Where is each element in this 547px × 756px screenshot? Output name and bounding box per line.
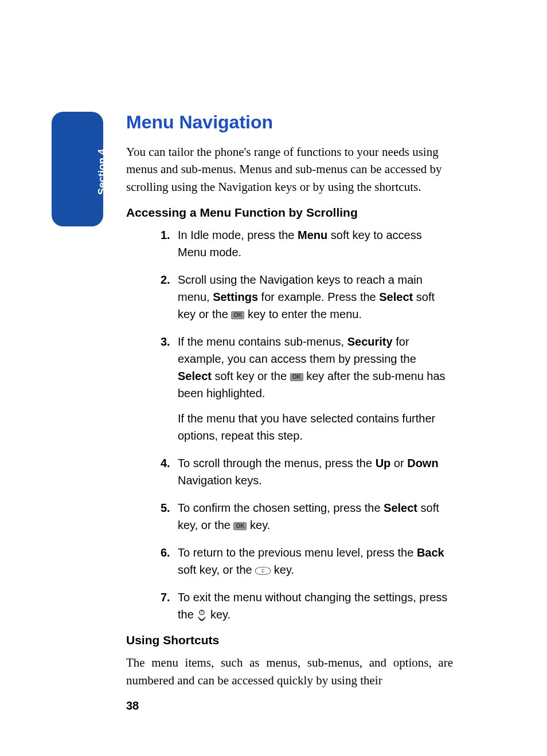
step-text: key.: [247, 519, 270, 531]
step-3: 3. If the menu contains sub-menus, Secur…: [161, 333, 453, 444]
step-number: 1.: [161, 226, 170, 244]
step-1: 1. In Idle mode, press the Menu soft key…: [161, 226, 453, 261]
step-text: key.: [274, 563, 294, 576]
intro-paragraph: You can tailor the phone's range of func…: [126, 143, 453, 195]
step-number: 4.: [161, 455, 170, 472]
step-text: To confirm the chosen setting, press the: [178, 502, 384, 514]
step-number: 6.: [161, 544, 170, 561]
step-text: To scroll through the menus, press the: [178, 457, 376, 469]
ok-key-icon: OK: [290, 373, 303, 381]
page-heading: Menu Navigation: [126, 112, 453, 133]
bold-back: Back: [417, 546, 444, 559]
step-number: 3.: [161, 333, 170, 350]
step-text: soft key, or the: [178, 563, 255, 576]
c-key-icon: c: [255, 567, 271, 575]
step-6: 6. To return to the previous menu level,…: [161, 544, 453, 578]
bold-select: Select: [178, 370, 212, 382]
step-text: or: [390, 457, 407, 469]
steps-list: 1. In Idle mode, press the Menu soft key…: [161, 226, 453, 623]
step-text: To return to the previous menu level, pr…: [178, 546, 417, 559]
subheading-shortcuts: Using Shortcuts: [126, 633, 453, 647]
step-text: key to enter the menu.: [244, 308, 362, 320]
step-7: 7. To exit the menu without changing the…: [161, 589, 453, 623]
subheading-scrolling: Accessing a Menu Function by Scrolling: [126, 206, 453, 220]
bold-select: Select: [379, 291, 413, 303]
power-key-icon: [197, 609, 207, 622]
bold-security: Security: [347, 335, 393, 348]
step-text: for example. Press the: [258, 291, 379, 303]
bold-up: Up: [376, 457, 391, 469]
section-tab-label: Section 4: [96, 149, 108, 195]
bold-menu: Menu: [298, 229, 327, 241]
section-tab: Section 4: [52, 112, 103, 226]
ok-key-icon: OK: [231, 311, 244, 319]
step-2: 2. Scroll using the Navigation keys to r…: [161, 271, 453, 323]
step-4: 4. To scroll through the menus, press th…: [161, 455, 453, 489]
step-text: key.: [210, 608, 230, 621]
bold-settings: Settings: [213, 291, 258, 303]
step-text: soft key or the: [212, 370, 290, 382]
bold-down: Down: [407, 457, 438, 469]
step-text: Navigation keys.: [178, 474, 262, 487]
page-number: 38: [126, 699, 453, 712]
step-text: In Idle mode, press the: [178, 229, 298, 241]
step-5: 5. To confirm the chosen setting, press …: [161, 499, 453, 534]
step-number: 5.: [161, 499, 170, 516]
bold-select: Select: [384, 502, 417, 514]
shortcuts-paragraph: The menu items, such as menus, sub-menus…: [126, 654, 453, 689]
step-text: If the menu contains sub-menus,: [178, 335, 347, 348]
step-text-extra: If the menu that you have selected conta…: [178, 410, 453, 444]
page-content: Menu Navigation You can tailor the phone…: [126, 112, 453, 712]
step-number: 2.: [161, 271, 170, 288]
ok-key-icon: OK: [233, 522, 247, 530]
step-number: 7.: [161, 589, 170, 606]
